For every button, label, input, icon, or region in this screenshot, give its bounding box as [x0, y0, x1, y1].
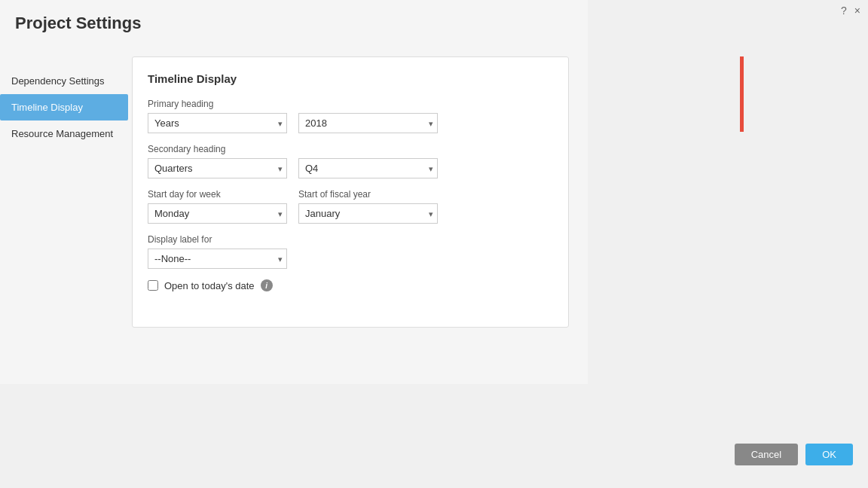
- start-day-select[interactable]: Sunday Monday Tuesday Wednesday Thursday…: [148, 203, 287, 224]
- primary-year-group: 2016 2017 2018 2019 2020: [298, 113, 438, 133]
- info-icon[interactable]: i: [261, 279, 273, 291]
- primary-year-select[interactable]: 2016 2017 2018 2019 2020: [298, 113, 438, 133]
- footer-buttons: Cancel OK: [735, 444, 853, 465]
- secondary-value-group: Q1 Q2 Q3 Q4: [298, 158, 438, 178]
- primary-heading-row: Primary heading Years Quarters Months We…: [148, 99, 553, 133]
- open-today-label: Open to today's date: [164, 280, 255, 291]
- primary-heading-label: Primary heading: [148, 99, 287, 109]
- secondary-heading-select[interactable]: Quarters Months Weeks Days: [148, 158, 287, 178]
- display-label-group: Display label for --None--: [148, 234, 287, 269]
- primary-year-select-wrapper: 2016 2017 2018 2019 2020: [298, 113, 438, 133]
- primary-heading-select-wrapper: Years Quarters Months Weeks Days: [148, 113, 287, 133]
- primary-heading-group: Primary heading Years Quarters Months We…: [148, 99, 287, 133]
- fiscal-year-select-wrapper: January February March April May June Ju…: [298, 203, 438, 224]
- page-title: Project Settings: [15, 14, 141, 33]
- secondary-heading-select-wrapper: Quarters Months Weeks Days: [148, 158, 287, 178]
- ok-button[interactable]: OK: [805, 444, 853, 465]
- sidebar-item-dependency-settings[interactable]: Dependency Settings: [0, 68, 128, 94]
- start-day-label: Start day for week: [148, 189, 287, 200]
- timeline-display-panel: Timeline Display Primary heading Years Q…: [132, 56, 569, 328]
- secondary-heading-label: Secondary heading: [148, 144, 287, 154]
- start-day-select-wrapper: Sunday Monday Tuesday Wednesday Thursday…: [148, 203, 287, 224]
- help-icon[interactable]: ?: [841, 5, 847, 17]
- fiscal-year-group: Start of fiscal year January February Ma…: [298, 189, 438, 224]
- secondary-value-select[interactable]: Q1 Q2 Q3 Q4: [298, 158, 438, 178]
- secondary-heading-row: Secondary heading Quarters Months Weeks …: [148, 144, 553, 178]
- close-icon[interactable]: ×: [854, 5, 860, 17]
- secondary-value-select-wrapper: Q1 Q2 Q3 Q4: [298, 158, 438, 178]
- start-day-fiscal-row: Start day for week Sunday Monday Tuesday…: [148, 189, 553, 224]
- fiscal-year-label: Start of fiscal year: [298, 189, 438, 200]
- display-label-label: Display label for: [148, 234, 287, 245]
- secondary-heading-group: Secondary heading Quarters Months Weeks …: [148, 144, 287, 178]
- fiscal-year-select[interactable]: January February March April May June Ju…: [298, 203, 438, 224]
- primary-heading-select[interactable]: Years Quarters Months Weeks Days: [148, 113, 287, 133]
- display-label-row: Display label for --None--: [148, 234, 553, 269]
- sidebar: Dependency Settings Timeline Display Res…: [0, 60, 128, 384]
- open-today-checkbox[interactable]: [148, 280, 158, 291]
- start-day-group: Start day for week Sunday Monday Tuesday…: [148, 189, 287, 224]
- panel-title: Timeline Display: [148, 72, 553, 85]
- display-label-select[interactable]: --None--: [148, 249, 287, 269]
- sidebar-item-timeline-display[interactable]: Timeline Display: [0, 94, 128, 120]
- cancel-button[interactable]: Cancel: [735, 444, 798, 465]
- display-label-select-wrapper: --None--: [148, 249, 287, 269]
- open-today-row: Open to today's date i: [148, 279, 553, 291]
- sidebar-item-resource-management[interactable]: Resource Management: [0, 120, 128, 147]
- red-accent-bar: [740, 56, 744, 132]
- title-bar: ? ×: [280, 0, 868, 21]
